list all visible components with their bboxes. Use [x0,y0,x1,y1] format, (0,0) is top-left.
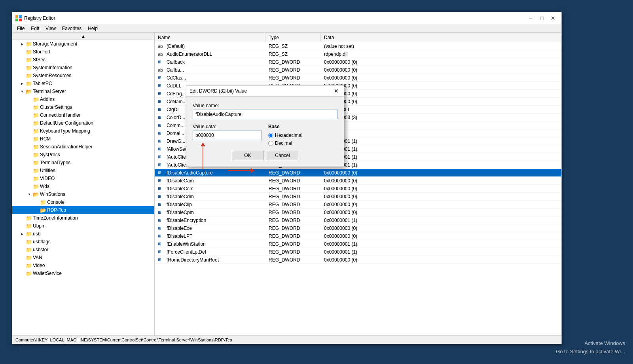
reg-dw-icon: ⊞ [158,139,165,143]
table-row[interactable]: ⊞ fDisableCam REG_DWORD 0x00000000 (0) [155,177,561,185]
menu-help[interactable]: Help [85,25,101,32]
table-row-selected[interactable]: ⊞ fDisableAudioCapture REG_DWORD 0x00000… [155,169,561,177]
value-name-input[interactable] [193,110,337,119]
tree-item-rdp-tcp[interactable]: 📂 RDP-Tcp [12,206,154,214]
cell-type: REG_DWORD [265,233,321,240]
hex-radio[interactable] [268,133,273,138]
tree-arrow [27,97,32,102]
tree-item-connhandler[interactable]: 📁 ConnectionHandler [12,111,154,119]
folder-icon: 📁 [26,263,32,269]
tree-arrow [27,144,32,150]
table-row[interactable]: ⊞ CdClas... REG_DWORD 0x00000000 (0) [155,74,561,82]
tree-item-utilities[interactable]: 📁 Utilities [12,167,154,174]
tree-item-sysres[interactable]: 📁 SystemResources [12,72,154,80]
reg-dw-icon: ⊞ [158,155,165,159]
table-row[interactable]: ⊞ fDisableExe REG_DWORD 0x00000000 (0) [155,224,561,232]
tree-item-ubpm[interactable]: 📁 Ubpm [12,222,154,230]
menu-edit[interactable]: Edit [28,25,42,32]
cell-name: ⊞ CdClas... [155,74,265,82]
tree-item-video[interactable]: 📁 VIDEO [12,174,154,182]
table-row[interactable]: ⊞ fDisableLPT REG_DWORD 0x00000000 (0) [155,232,561,240]
menu-favorites[interactable]: Favorites [59,25,85,32]
tree-item-kbtype[interactable]: 📁 KeyboardType Mapping [12,127,154,135]
folder-icon: 📁 [33,160,39,166]
tree-item-video2[interactable]: 📁 Video [12,262,154,269]
reg-dw-icon: ⊞ [158,210,165,214]
tree-arrow [27,128,32,134]
tree-item-cluster[interactable]: 📁 ClusterSettings [12,103,154,111]
reg-dw-icon: ⊞ [158,202,165,207]
tree-item-winstations[interactable]: ▼ 📂 WinStations [12,190,154,198]
minimize-button[interactable]: – [526,14,536,23]
tree-item-sysinfo[interactable]: 📁 SystemInformation [12,64,154,72]
tree-item-console[interactable]: 📁 Console [12,198,154,206]
table-row[interactable]: ab Callba... REG_DWORD 0x00000000 (0) [155,66,561,74]
tree-item-van[interactable]: 📁 VAN [12,254,154,262]
dec-radio[interactable] [268,141,273,146]
tree-item-walletservice[interactable]: 📁 WalletService [12,269,154,277]
table-row[interactable]: ⊞ fDisableEncryption REG_DWORD 0x0000000… [155,216,561,224]
tree-scroll-up[interactable]: ▲ [12,33,154,40]
cell-type: REG_DWORD [265,59,321,66]
dec-radio-label[interactable]: Decimal [268,140,302,146]
tree-item-defaultuser[interactable]: 📁 DefaultUserConfiguration [12,119,154,127]
folder-icon: 📁 [33,168,39,174]
folder-icon: 📁 [33,128,39,134]
tree-arrow [19,73,25,78]
tree-item-usbflags[interactable]: 📁 usbflags [12,238,154,246]
tree-item-rcm[interactable]: 📁 RCM [12,135,154,143]
tree-item-usbstor[interactable]: 📁 usbstor [12,246,154,254]
cell-data: 0x00000001 (1) [321,146,561,153]
cancel-button[interactable]: Cancel [267,151,298,160]
close-button[interactable]: ✕ [548,14,558,23]
value-data-input[interactable] [193,131,262,140]
tree-item-addins[interactable]: 📁 AddIns [12,95,154,103]
cell-type: REG_DWORD [265,217,321,224]
registry-editor-window: Registry Editor – □ ✕ File Edit View Fav… [12,12,562,344]
folder-icon: 📁 [33,97,39,102]
cell-data: 0x00000000 (0) [321,256,561,264]
tree-item-sysprocs[interactable]: 📁 SysProcs [12,151,154,159]
table-row[interactable]: ⊞ Callback REG_DWORD 0x00000000 (0) [155,58,561,66]
tree-item-timezone[interactable]: 📁 TimeZoneInformation [12,214,154,222]
ok-button[interactable]: OK [232,151,263,160]
tree-item-usb[interactable]: ▶ 📁 usb [12,230,154,238]
menu-view[interactable]: View [42,25,59,32]
tree-item-wds[interactable]: 📁 Wds [12,182,154,190]
table-row[interactable]: ⊞ fHomeDirectoryManRoot REG_DWORD 0x0000… [155,256,561,264]
tree-item-terminal-server[interactable]: ▼ 📂 Terminal Server [12,87,154,95]
tree-item-tabletpc[interactable]: ▶ 📁 TabletPC [12,80,154,87]
tree-arrow [27,176,32,181]
cell-name: ab (Default) [155,43,265,50]
maximize-button[interactable]: □ [537,14,547,23]
reg-dw-icon: ⊞ [158,250,165,254]
table-row[interactable]: ⊞ fDisableClip REG_DWORD 0x00000000 (0) [155,201,561,209]
cell-data: 0x00000000 (0) [321,82,561,89]
table-row[interactable]: ⊞ fDisableCdm REG_DWORD 0x00000000 (0) [155,193,561,201]
reg-dw-icon: ⊞ [158,60,165,64]
hex-radio-label[interactable]: Hexadecimal [268,133,302,138]
tree-item-storport[interactable]: 📁 StorPort [12,48,154,56]
table-row[interactable]: ab (Default) REG_SZ (value not set) [155,42,561,50]
table-row[interactable]: ⊞ fDisableCcm REG_DWORD 0x00000000 (0) [155,185,561,193]
cell-name: ⊞ Callback [155,59,265,66]
cell-data: 0x00000001 (1) [321,241,561,248]
tree-item-terminaltypes[interactable]: 📁 TerminalTypes [12,159,154,167]
table-row[interactable]: ⊞ fDisableCpm REG_DWORD 0x00000000 (0) [155,209,561,216]
tree-item-stsec[interactable]: 📁 StSec [12,56,154,64]
table-row[interactable]: ab AudioEnumeratorDLL REG_SZ rdpendp.dll [155,50,561,58]
tree-label: VAN [33,255,42,260]
folder-icon: 📁 [26,65,32,71]
menu-file[interactable]: File [14,25,28,32]
tree-label: usbstor [33,247,48,252]
cell-data: 0x00000001 (1) [321,161,561,169]
tree-panel[interactable]: ▲ ▶ 📁 StorageManagement 📁 StorPort 📁 StS… [12,33,155,335]
tree-item-session[interactable]: 📁 SessionArbitrationHelper [12,143,154,151]
tree-item-storagemgmt[interactable]: ▶ 📁 StorageManagement [12,40,154,48]
table-row[interactable]: ⊞ fForceClientLptDef REG_DWORD 0x0000000… [155,248,561,256]
cell-data: 0x00000000 (0) [321,193,561,200]
dialog-close-button[interactable]: ✕ [332,87,341,95]
cell-name: ⊞ fDisableEncryption [155,217,265,224]
tree-arrow: ▼ [27,191,32,197]
table-row[interactable]: ⊞ fEnableWinStation REG_DWORD 0x00000001… [155,240,561,248]
